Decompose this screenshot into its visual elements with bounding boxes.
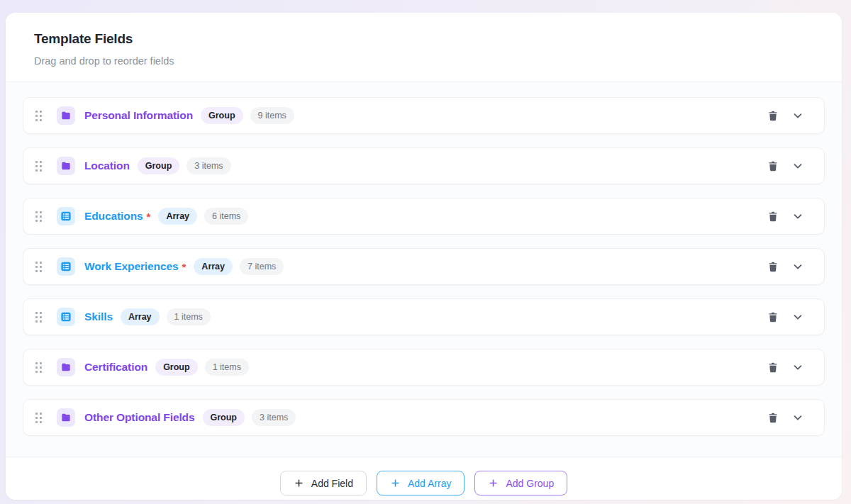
field-type-badge: Group bbox=[201, 107, 243, 124]
field-list: Personal Information Group 9 items bbox=[6, 82, 842, 457]
field-row[interactable]: Work Experiences * Array 7 items bbox=[23, 248, 825, 285]
field-label: Work Experiences bbox=[84, 260, 179, 273]
field-row[interactable]: Location Group 3 items bbox=[23, 147, 825, 184]
item-count-badge: 1 items bbox=[205, 359, 249, 376]
chevron-down-icon[interactable] bbox=[789, 408, 807, 427]
field-row[interactable]: Educations * Array 6 items bbox=[23, 198, 825, 235]
item-count-badge: 7 items bbox=[240, 258, 284, 275]
trash-icon[interactable] bbox=[764, 408, 782, 427]
table-icon bbox=[60, 261, 72, 272]
chevron-down-icon[interactable] bbox=[789, 358, 807, 376]
folder-icon bbox=[60, 110, 72, 121]
trash-icon[interactable] bbox=[764, 257, 782, 276]
field-type-badge: Group bbox=[203, 409, 245, 426]
chevron-down-icon[interactable] bbox=[789, 157, 807, 175]
add-group-button[interactable]: Add Group bbox=[474, 471, 567, 495]
field-label: Certification bbox=[84, 361, 148, 374]
item-count-badge: 3 items bbox=[252, 409, 296, 426]
grip-dots-icon[interactable] bbox=[34, 410, 43, 426]
field-row[interactable]: Certification Group 1 items bbox=[23, 349, 825, 386]
add-field-button[interactable]: Add Field bbox=[280, 471, 367, 495]
table-icon bbox=[60, 211, 72, 222]
field-type-badge: Array bbox=[158, 208, 197, 225]
trash-icon[interactable] bbox=[764, 157, 782, 175]
grip-dots-icon[interactable] bbox=[34, 259, 43, 275]
item-count-badge: 6 items bbox=[204, 208, 248, 225]
field-label: Educations bbox=[84, 210, 143, 223]
field-row[interactable]: Other Optional Fields Group 3 items bbox=[23, 399, 825, 436]
grip-dots-icon[interactable] bbox=[34, 309, 43, 325]
trash-icon[interactable] bbox=[764, 106, 782, 125]
field-type-badge: Group bbox=[138, 157, 180, 174]
field-label: Personal Information bbox=[84, 109, 193, 122]
add-array-button[interactable]: Add Array bbox=[377, 471, 465, 495]
field-label: Location bbox=[84, 159, 130, 172]
field-label: Other Optional Fields bbox=[84, 411, 195, 424]
panel-header: Template Fields Drag and drop to reorder… bbox=[6, 13, 842, 82]
folder-icon bbox=[60, 362, 72, 373]
field-row[interactable]: Personal Information Group 9 items bbox=[23, 97, 825, 134]
trash-icon[interactable] bbox=[764, 308, 782, 326]
grip-dots-icon[interactable] bbox=[34, 108, 43, 124]
field-type-badge: Array bbox=[194, 258, 233, 275]
table-icon bbox=[60, 311, 72, 323]
field-row[interactable]: Skills Array 1 items bbox=[23, 298, 825, 335]
plus-icon bbox=[390, 478, 401, 488]
item-count-badge: 9 items bbox=[250, 107, 294, 124]
template-fields-panel: Template Fields Drag and drop to reorder… bbox=[6, 13, 842, 500]
folder-icon bbox=[60, 160, 72, 172]
trash-icon[interactable] bbox=[764, 207, 782, 225]
grip-dots-icon[interactable] bbox=[34, 359, 43, 376]
plus-icon bbox=[488, 478, 499, 488]
required-marker: * bbox=[182, 261, 187, 273]
field-label: Skills bbox=[84, 310, 113, 323]
field-type-badge: Group bbox=[155, 359, 198, 376]
panel-footer: Add Field Add Array Add Group bbox=[6, 457, 842, 500]
chevron-down-icon[interactable] bbox=[789, 207, 807, 225]
page-subtitle: Drag and drop to reorder fields bbox=[34, 55, 813, 67]
folder-icon bbox=[60, 412, 72, 423]
item-count-badge: 3 items bbox=[187, 157, 230, 174]
grip-dots-icon[interactable] bbox=[34, 158, 43, 174]
add-array-label: Add Array bbox=[408, 478, 451, 489]
item-count-badge: 1 items bbox=[167, 308, 211, 325]
required-marker: * bbox=[147, 211, 151, 223]
chevron-down-icon[interactable] bbox=[789, 106, 807, 125]
trash-icon[interactable] bbox=[764, 358, 782, 376]
plus-icon bbox=[294, 478, 304, 488]
add-group-label: Add Group bbox=[506, 478, 554, 489]
chevron-down-icon[interactable] bbox=[789, 308, 807, 326]
page-title: Template Fields bbox=[34, 31, 813, 47]
chevron-down-icon[interactable] bbox=[789, 257, 807, 276]
add-field-label: Add Field bbox=[311, 478, 353, 489]
grip-dots-icon[interactable] bbox=[34, 208, 43, 225]
field-type-badge: Array bbox=[121, 308, 160, 325]
